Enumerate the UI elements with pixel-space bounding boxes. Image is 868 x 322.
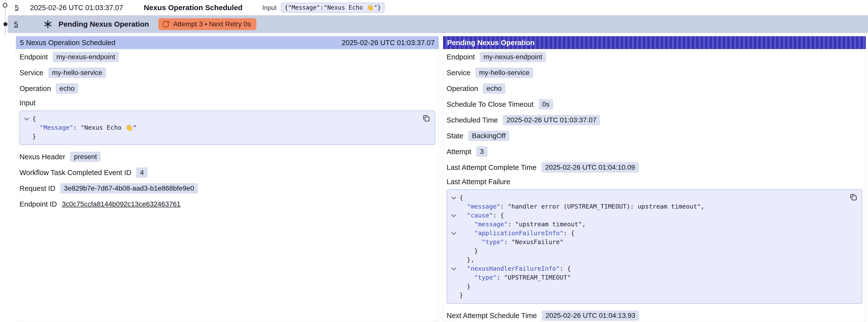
json-punctuation: :: [497, 274, 504, 281]
json-punctuation: :: [73, 124, 81, 131]
field-row: Next Attempt Schedule Time 2025-02-26 UT…: [446, 310, 862, 321]
json-punctuation: {: [32, 115, 36, 122]
scheduled-event-panel: 5 Nexus Operation Scheduled 2025-02-26 U…: [16, 36, 439, 322]
pending-panel-header: Pending Nexus Operation: [443, 36, 866, 49]
code-line-gutter: [448, 193, 459, 202]
input-json-block: {"Message": "Nexus Echo 👋"}: [20, 110, 435, 145]
attempt-retry-badge: Attempt 3 • Next Retry 0s: [158, 18, 256, 30]
field-row: Scheduled Time 2025-02-26 UTC 01:03:37.0…: [446, 115, 862, 126]
json-punctuation: :: [500, 203, 508, 210]
field-row: Schedule To Close Timeout 0s: [446, 99, 862, 110]
event-title: Nexus Operation Scheduled: [144, 3, 243, 12]
json-key: "type": [474, 274, 496, 281]
json-key: "message": [467, 203, 500, 210]
field-label: Service: [20, 69, 43, 77]
timeline-node-circle: [3, 3, 7, 8]
failure-json-block: {"message": "handler error (UPSTREAM_TIM…: [446, 189, 862, 304]
timeline-node-dot: [3, 22, 7, 26]
field-row: Request ID 3e829b7e-7d67-4b08-aad3-b1e86…: [20, 183, 435, 194]
event-summary-row[interactable]: 5 2025-02-26 UTC 01:03:37.07 Nexus Opera…: [0, 0, 868, 15]
code-line-gutter: [448, 211, 459, 220]
json-string-value: "UPSTREAM_TIMEOUT": [504, 274, 571, 281]
copy-icon[interactable]: [849, 193, 858, 202]
pending-panel-title: Pending Nexus Operation: [447, 39, 535, 47]
scheduled-panel-body: Endpoint my-nexus-endpoint Service my-he…: [16, 49, 439, 321]
json-punctuation: : {: [563, 229, 575, 237]
json-punctuation: }: [467, 283, 470, 290]
field-list: Nexus Header present Workflow Task Compl…: [20, 151, 435, 210]
code-line-gutter: [448, 247, 459, 255]
input-json-lines: {"Message": "Nexus Echo 👋"}: [21, 115, 430, 141]
failure-block-label: Last Attempt Failure: [446, 178, 862, 186]
field-label: Workflow Task Completed Event ID: [20, 169, 131, 177]
field-value: 0s: [538, 99, 553, 109]
collapse-chevron-icon[interactable]: [24, 116, 29, 121]
field-row: Operation echo: [20, 83, 435, 94]
json-punctuation: }: [474, 247, 478, 254]
attempt-badge-label: Attempt 3 • Next Retry 0s: [173, 20, 251, 28]
retry-icon: [162, 20, 170, 28]
field-label: State: [446, 132, 463, 140]
json-punctuation: :: [508, 221, 515, 228]
collapse-chevron-icon[interactable]: [451, 195, 456, 199]
code-line-gutter: [448, 220, 459, 229]
json-punctuation: ,: [582, 221, 586, 228]
code-line-gutter: [448, 291, 459, 300]
nexus-asterisk-icon: [44, 20, 52, 28]
field-row: Nexus Header present: [20, 151, 435, 162]
pending-operation-panel: Pending Nexus Operation Endpoint my-nexu…: [443, 36, 866, 322]
json-punctuation: : {: [493, 212, 504, 219]
field-label: Scheduled Time: [446, 116, 498, 124]
detail-panels: 5 Nexus Operation Scheduled 2025-02-26 U…: [16, 36, 866, 322]
field-value[interactable]: 3c0c75ccfa8144b092c13ce632463761: [62, 200, 181, 208]
field-value: my-nexus-endpoint: [480, 52, 546, 62]
json-punctuation: }: [32, 133, 36, 140]
field-value: echo: [483, 83, 505, 94]
json-key: "message": [474, 221, 507, 228]
field-row: Operation echo: [446, 83, 862, 94]
pending-operation-title: Pending Nexus Operation: [59, 20, 149, 28]
code-line-gutter: [21, 132, 32, 141]
field-value: 2025-02-26 UTC 01:04:13.93: [542, 311, 639, 321]
json-key: "cause": [467, 212, 493, 219]
pending-operation-row[interactable]: 5 Pending Nexus Operation Attempt 3 • Ne…: [8, 15, 868, 33]
scheduled-panel-header: 5 Nexus Operation Scheduled 2025-02-26 U…: [16, 36, 439, 49]
field-value: BackingOff: [468, 131, 509, 141]
field-value: my-hello-service: [49, 68, 106, 78]
pending-event-id-link[interactable]: 5: [14, 20, 18, 28]
collapse-chevron-icon[interactable]: [451, 265, 456, 270]
json-punctuation: ,: [701, 203, 705, 210]
code-line-gutter: [448, 255, 459, 264]
field-row: Service my-hello-service: [20, 67, 435, 78]
field-row: Service my-hello-service: [446, 67, 862, 78]
code-line-gutter: [21, 115, 32, 123]
field-value: 3: [476, 147, 488, 157]
field-row: Workflow Task Completed Event ID 4: [20, 167, 435, 178]
copy-icon[interactable]: [422, 114, 431, 123]
json-punctuation: : {: [560, 265, 571, 272]
field-label: Last Attempt Complete Time: [446, 163, 536, 171]
scheduled-panel-title: 5 Nexus Operation Scheduled: [20, 39, 116, 47]
json-key: "applicationFailureInfo": [474, 229, 563, 237]
pending-panel-body: Endpoint my-nexus-endpoint Service my-he…: [443, 49, 866, 321]
field-value: my-hello-service: [475, 68, 533, 78]
field-row: Endpoint ID 3c0c75ccfa8144b092c13ce63246…: [20, 199, 435, 210]
json-punctuation: {: [459, 194, 463, 201]
field-value: 3e829b7e-7d67-4b08-aad3-b1e868bfe9e0: [60, 183, 198, 194]
event-input-preview: {"Message":"Nexus Echo 👋"}: [281, 3, 384, 12]
json-punctuation: :: [504, 238, 512, 246]
field-row: Last Attempt Complete Time 2025-02-26 UT…: [446, 162, 862, 173]
code-line-gutter: [448, 282, 459, 291]
code-line-gutter: [448, 202, 459, 211]
field-label: Endpoint: [20, 53, 48, 61]
json-key: "type": [482, 238, 504, 246]
field-value: present: [70, 152, 100, 162]
json-string-value: "NexusFailure": [512, 238, 563, 246]
field-label: Operation: [20, 85, 51, 93]
field-value: echo: [56, 83, 78, 94]
failure-json-lines: {"message": "handler error (UPSTREAM_TIM…: [448, 193, 857, 300]
collapse-chevron-icon[interactable]: [451, 230, 456, 235]
event-id-link[interactable]: 5: [15, 4, 19, 11]
collapse-chevron-icon[interactable]: [451, 212, 456, 217]
field-row: Endpoint my-nexus-endpoint: [446, 52, 862, 62]
